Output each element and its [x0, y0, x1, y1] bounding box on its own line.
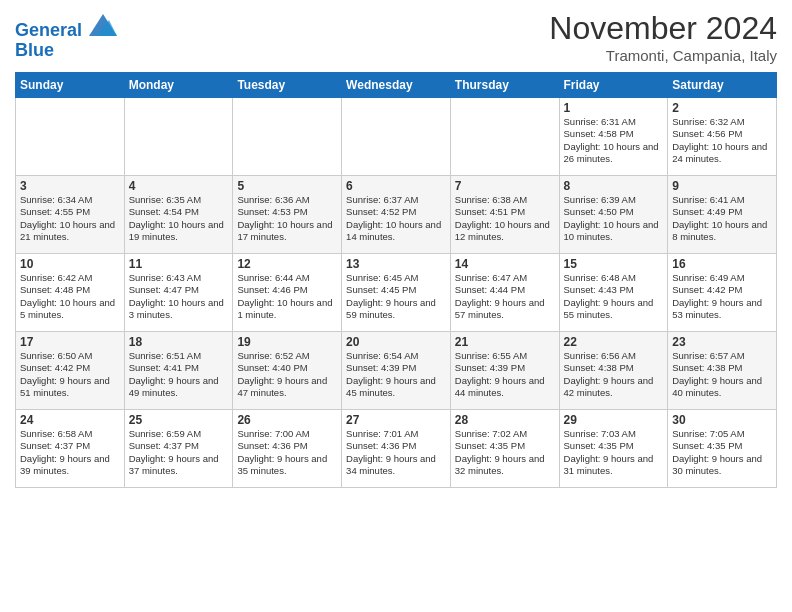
cell-info-line: Sunrise: 7:03 AM	[564, 428, 664, 440]
cell-info-line: Sunset: 4:36 PM	[237, 440, 337, 452]
cell-info-line: Sunset: 4:48 PM	[20, 284, 120, 296]
cell-1-0: 3Sunrise: 6:34 AMSunset: 4:55 PMDaylight…	[16, 176, 125, 254]
day-number: 6	[346, 179, 446, 193]
page-container: General Blue November 2024 Tramonti, Cam…	[0, 0, 792, 493]
cell-info-line: Daylight: 9 hours and 49 minutes.	[129, 375, 229, 400]
cell-info-line: Sunset: 4:37 PM	[20, 440, 120, 452]
cell-info-line: Daylight: 9 hours and 51 minutes.	[20, 375, 120, 400]
cell-info-line: Sunrise: 6:54 AM	[346, 350, 446, 362]
cell-2-2: 12Sunrise: 6:44 AMSunset: 4:46 PMDayligh…	[233, 254, 342, 332]
cell-info-line: Sunrise: 7:05 AM	[672, 428, 772, 440]
cell-3-3: 20Sunrise: 6:54 AMSunset: 4:39 PMDayligh…	[342, 332, 451, 410]
cell-1-6: 9Sunrise: 6:41 AMSunset: 4:49 PMDaylight…	[668, 176, 777, 254]
cell-info-line: Sunset: 4:53 PM	[237, 206, 337, 218]
cell-info-line: Sunset: 4:42 PM	[20, 362, 120, 374]
cell-info-line: Sunrise: 6:35 AM	[129, 194, 229, 206]
cell-info-line: Sunset: 4:56 PM	[672, 128, 772, 140]
cell-2-0: 10Sunrise: 6:42 AMSunset: 4:48 PMDayligh…	[16, 254, 125, 332]
day-number: 5	[237, 179, 337, 193]
header-saturday: Saturday	[668, 73, 777, 98]
cell-info-line: Sunrise: 6:47 AM	[455, 272, 555, 284]
weekday-header-row: Sunday Monday Tuesday Wednesday Thursday…	[16, 73, 777, 98]
cell-info-line: Daylight: 9 hours and 53 minutes.	[672, 297, 772, 322]
cell-info-line: Sunset: 4:35 PM	[564, 440, 664, 452]
cell-info-line: Sunset: 4:46 PM	[237, 284, 337, 296]
cell-3-0: 17Sunrise: 6:50 AMSunset: 4:42 PMDayligh…	[16, 332, 125, 410]
cell-info-line: Sunrise: 6:59 AM	[129, 428, 229, 440]
cell-info-line: Sunrise: 6:58 AM	[20, 428, 120, 440]
header-sunday: Sunday	[16, 73, 125, 98]
location: Tramonti, Campania, Italy	[549, 47, 777, 64]
cell-4-0: 24Sunrise: 6:58 AMSunset: 4:37 PMDayligh…	[16, 410, 125, 488]
cell-info-line: Sunset: 4:52 PM	[346, 206, 446, 218]
cell-info-line: Sunset: 4:35 PM	[672, 440, 772, 452]
cell-info-line: Daylight: 9 hours and 47 minutes.	[237, 375, 337, 400]
cell-0-3	[342, 98, 451, 176]
cell-info-line: Sunrise: 6:42 AM	[20, 272, 120, 284]
cell-info-line: Daylight: 10 hours and 5 minutes.	[20, 297, 120, 322]
cell-info-line: Sunrise: 6:38 AM	[455, 194, 555, 206]
day-number: 16	[672, 257, 772, 271]
cell-info-line: Sunrise: 6:52 AM	[237, 350, 337, 362]
cell-info-line: Sunrise: 6:55 AM	[455, 350, 555, 362]
cell-info-line: Sunset: 4:39 PM	[455, 362, 555, 374]
logo: General Blue	[15, 14, 117, 59]
cell-info-line: Daylight: 10 hours and 10 minutes.	[564, 219, 664, 244]
cell-info-line: Daylight: 10 hours and 14 minutes.	[346, 219, 446, 244]
cell-4-2: 26Sunrise: 7:00 AMSunset: 4:36 PMDayligh…	[233, 410, 342, 488]
cell-info-line: Daylight: 9 hours and 44 minutes.	[455, 375, 555, 400]
cell-info-line: Sunset: 4:51 PM	[455, 206, 555, 218]
cell-info-line: Daylight: 9 hours and 35 minutes.	[237, 453, 337, 478]
day-number: 22	[564, 335, 664, 349]
cell-4-5: 29Sunrise: 7:03 AMSunset: 4:35 PMDayligh…	[559, 410, 668, 488]
cell-info-line: Daylight: 10 hours and 1 minute.	[237, 297, 337, 322]
cell-0-5: 1Sunrise: 6:31 AMSunset: 4:58 PMDaylight…	[559, 98, 668, 176]
cell-info-line: Sunset: 4:47 PM	[129, 284, 229, 296]
cell-info-line: Sunset: 4:54 PM	[129, 206, 229, 218]
cell-info-line: Sunset: 4:39 PM	[346, 362, 446, 374]
cell-info-line: Sunrise: 6:45 AM	[346, 272, 446, 284]
title-block: November 2024 Tramonti, Campania, Italy	[549, 10, 777, 64]
cell-info-line: Daylight: 9 hours and 34 minutes.	[346, 453, 446, 478]
day-number: 2	[672, 101, 772, 115]
cell-4-4: 28Sunrise: 7:02 AMSunset: 4:35 PMDayligh…	[450, 410, 559, 488]
cell-1-1: 4Sunrise: 6:35 AMSunset: 4:54 PMDaylight…	[124, 176, 233, 254]
day-number: 13	[346, 257, 446, 271]
calendar-table: Sunday Monday Tuesday Wednesday Thursday…	[15, 72, 777, 488]
day-number: 20	[346, 335, 446, 349]
cell-info-line: Daylight: 9 hours and 59 minutes.	[346, 297, 446, 322]
day-number: 30	[672, 413, 772, 427]
cell-4-1: 25Sunrise: 6:59 AMSunset: 4:37 PMDayligh…	[124, 410, 233, 488]
cell-0-2	[233, 98, 342, 176]
day-number: 8	[564, 179, 664, 193]
cell-info-line: Sunset: 4:38 PM	[672, 362, 772, 374]
day-number: 17	[20, 335, 120, 349]
cell-info-line: Sunset: 4:41 PM	[129, 362, 229, 374]
logo-general: General	[15, 20, 82, 40]
cell-info-line: Sunrise: 6:44 AM	[237, 272, 337, 284]
cell-info-line: Daylight: 10 hours and 12 minutes.	[455, 219, 555, 244]
day-number: 4	[129, 179, 229, 193]
logo-icon	[89, 14, 117, 36]
cell-1-2: 5Sunrise: 6:36 AMSunset: 4:53 PMDaylight…	[233, 176, 342, 254]
logo-text: General	[15, 14, 117, 41]
cell-info-line: Daylight: 9 hours and 42 minutes.	[564, 375, 664, 400]
day-number: 3	[20, 179, 120, 193]
cell-info-line: Daylight: 9 hours and 40 minutes.	[672, 375, 772, 400]
cell-info-line: Sunset: 4:49 PM	[672, 206, 772, 218]
cell-info-line: Sunset: 4:35 PM	[455, 440, 555, 452]
cell-info-line: Daylight: 9 hours and 57 minutes.	[455, 297, 555, 322]
cell-info-line: Sunrise: 6:41 AM	[672, 194, 772, 206]
week-row-4: 24Sunrise: 6:58 AMSunset: 4:37 PMDayligh…	[16, 410, 777, 488]
day-number: 18	[129, 335, 229, 349]
cell-info-line: Daylight: 9 hours and 55 minutes.	[564, 297, 664, 322]
cell-3-6: 23Sunrise: 6:57 AMSunset: 4:38 PMDayligh…	[668, 332, 777, 410]
day-number: 28	[455, 413, 555, 427]
cell-1-5: 8Sunrise: 6:39 AMSunset: 4:50 PMDaylight…	[559, 176, 668, 254]
day-number: 21	[455, 335, 555, 349]
cell-0-0	[16, 98, 125, 176]
cell-info-line: Sunrise: 6:57 AM	[672, 350, 772, 362]
cell-info-line: Sunrise: 6:31 AM	[564, 116, 664, 128]
day-number: 15	[564, 257, 664, 271]
day-number: 10	[20, 257, 120, 271]
